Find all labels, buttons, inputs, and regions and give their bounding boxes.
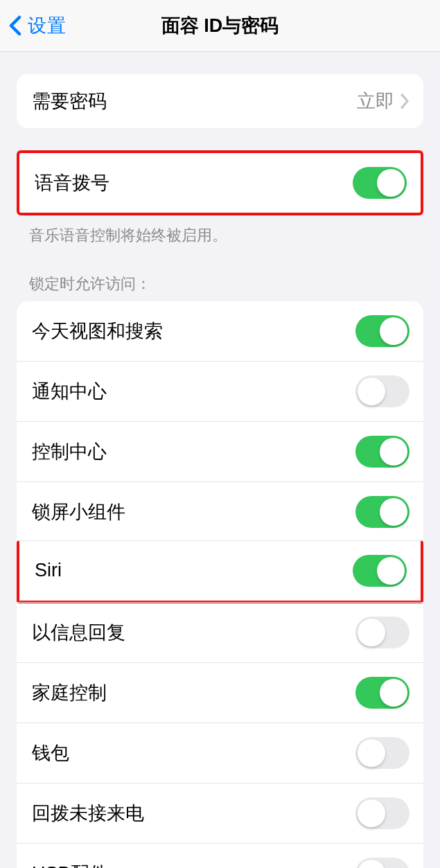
back-label: 设置 (22, 13, 67, 38)
toggle-knob (380, 317, 407, 345)
toggle[interactable] (355, 617, 410, 648)
toggle-knob (377, 169, 405, 197)
locked-access-row: 通知中心 (17, 361, 423, 421)
back-button[interactable]: 设置 (0, 13, 67, 38)
toggle-knob (380, 498, 407, 526)
row-label: Siri (35, 560, 62, 581)
chevron-left-icon (8, 15, 22, 36)
toggle-knob (358, 378, 385, 405)
toggle-knob (358, 619, 385, 646)
voice-dial-footer: 音乐语音控制将始终被启用。 (29, 225, 411, 246)
toggle-knob (380, 679, 407, 707)
row-label: 需要密码 (32, 89, 107, 114)
locked-access-row: USB配件 (17, 843, 423, 868)
require-passcode-row[interactable]: 需要密码 立即 (17, 74, 423, 128)
toggle[interactable] (355, 677, 410, 709)
row-label: 以信息回复 (32, 620, 125, 645)
chevron-right-icon (400, 93, 410, 109)
toggle[interactable] (355, 315, 410, 347)
locked-access-row: 回拨未接来电 (17, 783, 423, 843)
row-label: 通知中心 (32, 379, 107, 404)
row-label: 今天视图和搜索 (32, 319, 163, 344)
toggle[interactable] (355, 375, 410, 407)
locked-access-row: 以信息回复 (17, 602, 423, 662)
locked-access-list: 今天视图和搜索通知中心控制中心锁屏小组件Siri以信息回复家庭控制钱包回拨未接来… (17, 301, 423, 868)
voice-dial-group: 语音拨号 (17, 150, 423, 215)
row-label: 回拨未接来电 (32, 801, 144, 826)
row-label: USB配件 (32, 861, 108, 868)
toggle[interactable] (355, 436, 410, 468)
locked-access-row: 今天视图和搜索 (17, 301, 423, 361)
voice-dial-row: 语音拨号 (19, 153, 421, 213)
toggle-knob (358, 739, 385, 767)
toggle[interactable] (355, 797, 410, 829)
nav-bar: 设置 面容 ID与密码 (0, 0, 440, 52)
row-value: 立即 (357, 89, 394, 114)
row-label: 家庭控制 (32, 680, 107, 705)
locked-access-row: 家庭控制 (17, 662, 423, 723)
toggle-knob (380, 438, 407, 466)
toggle-knob (358, 799, 385, 827)
toggle-knob (377, 557, 405, 585)
row-right: 立即 (357, 89, 410, 114)
toggle-knob (358, 860, 385, 868)
locked-access-row: Siri (17, 540, 423, 603)
row-label: 钱包 (32, 741, 69, 765)
toggle[interactable] (355, 858, 410, 868)
voice-dial-toggle[interactable] (353, 167, 407, 199)
content: 需要密码 立即 语音拨号 音乐语音控制将始终被启用。 锁定时允许访问： 今天视图… (0, 74, 440, 868)
toggle[interactable] (353, 555, 407, 587)
locked-access-header: 锁定时允许访问： (29, 274, 411, 294)
row-label: 锁屏小组件 (32, 499, 125, 524)
locked-access-row: 锁屏小组件 (17, 481, 423, 542)
row-label: 语音拨号 (35, 170, 109, 195)
require-passcode-group: 需要密码 立即 (17, 74, 423, 128)
row-label: 控制中心 (32, 439, 107, 464)
toggle[interactable] (355, 496, 410, 528)
locked-access-row: 控制中心 (17, 421, 423, 481)
locked-access-row: 钱包 (17, 723, 423, 783)
toggle[interactable] (355, 737, 410, 769)
